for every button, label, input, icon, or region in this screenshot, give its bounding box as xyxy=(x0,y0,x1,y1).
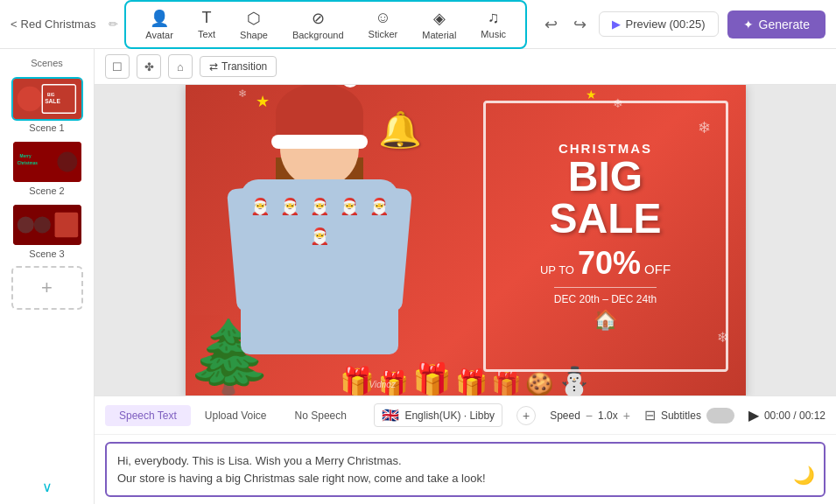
scene-3-image xyxy=(13,205,81,245)
gift-5: 🎁 xyxy=(491,369,522,396)
no-speech-tab[interactable]: No Speech xyxy=(281,405,361,426)
santa-5: 🎅 xyxy=(369,197,389,216)
speed-label: Speed xyxy=(550,410,580,422)
watermark: Vidnoz xyxy=(369,380,396,389)
top-right-controls: ↩ ↪ ▶ Preview (00:25) ✦ Generate xyxy=(541,10,825,38)
language-selector[interactable]: 🇬🇧 English(UK) · Libby xyxy=(374,403,502,427)
speed-decrease-button[interactable]: − xyxy=(586,409,593,423)
play-control: ▶ 00:00 / 00:12 xyxy=(748,407,825,424)
sidebar-down-arrow[interactable]: ∨ xyxy=(42,480,53,494)
transition-button[interactable]: ⇄ Transition xyxy=(200,56,277,77)
gift-4: 🎁 xyxy=(455,368,488,396)
sweater-body: 🎅 🎅 🎅 🎅 🎅 🎅 xyxy=(241,179,398,354)
star-2: ★ xyxy=(586,88,597,102)
speed-value: 1.0x xyxy=(598,410,618,422)
gingerbread: 🍪 xyxy=(525,371,553,396)
home-tool[interactable]: ⌂ xyxy=(168,54,193,79)
redo-button[interactable]: ↪ xyxy=(570,11,590,38)
svg-point-11 xyxy=(33,216,50,233)
sidebar: Scenes BIG SALE Scene 1 xyxy=(0,49,95,504)
sticker-icon: ☺ xyxy=(375,9,390,27)
speech-text-area[interactable]: Hi, everybody. This is Lisa. Wish you a … xyxy=(105,442,825,497)
speech-text-tab[interactable]: Speech Text xyxy=(105,405,191,426)
avatar-icon: 👤 xyxy=(150,9,169,28)
tool-material[interactable]: ◈ Material xyxy=(410,5,468,44)
house-icon: 🏠 xyxy=(594,309,617,332)
tool-sticker[interactable]: ☺ Sticker xyxy=(356,5,411,43)
add-scene-button[interactable]: + xyxy=(11,266,83,310)
crop-tool[interactable]: ✤ xyxy=(137,54,161,79)
svg-point-10 xyxy=(17,216,33,233)
text-label: Text xyxy=(198,29,215,39)
scenes-label: Scenes xyxy=(31,58,63,68)
project-title: Red Christmas xyxy=(21,18,96,31)
upto-text: UP TO xyxy=(540,263,574,276)
time-display: 00:00 / 00:12 xyxy=(764,410,825,422)
speed-increase-button[interactable]: + xyxy=(623,409,630,423)
canvas-wrapper: ❄ ❄ ❄ ❄ ❄ ★ ★ ★ 🔔 xyxy=(95,85,836,396)
date-text: DEC 20th – DEC 24th xyxy=(554,287,657,305)
woman-figure: 🎅 🎅 🎅 🎅 🎅 🎅 xyxy=(223,109,416,396)
toolbar-tools: 👤 Avatar T Text ⬡ Shape ⊘ Background ☺ S… xyxy=(124,0,527,49)
background-label: Background xyxy=(292,30,344,40)
background-icon: ⊘ xyxy=(312,9,325,28)
scene-thumb-1[interactable]: BIG SALE xyxy=(11,77,83,121)
scene-thumb-2[interactable]: Merry Christmas xyxy=(11,140,83,184)
canvas-frame[interactable]: ❄ ❄ ❄ ❄ ❄ ★ ★ ★ 🔔 xyxy=(186,85,746,396)
subtitles-toggle[interactable] xyxy=(706,408,734,424)
preview-icon: ▶ xyxy=(612,18,621,31)
percent-text: 70% xyxy=(578,245,641,282)
scene-2-container: Merry Christmas Scene 2 xyxy=(11,140,83,196)
svg-text:Merry: Merry xyxy=(19,154,31,158)
tool-background[interactable]: ⊘ Background xyxy=(280,5,356,44)
speech-area: Speech Text Upload Voice No Speech 🇬🇧 En… xyxy=(95,396,836,504)
canvas-area: ☐ ✤ ⌂ ⇄ Transition ❄ ❄ ❄ ❄ ❄ xyxy=(95,49,836,504)
scene-1-container: BIG SALE Scene 1 xyxy=(11,77,83,133)
text-icon: T xyxy=(201,9,211,27)
add-voice-button[interactable]: + xyxy=(516,406,536,425)
preview-button[interactable]: ▶ Preview (00:25) xyxy=(599,11,719,37)
edit-icon[interactable]: ✏ xyxy=(109,18,118,31)
material-label: Material xyxy=(422,30,456,40)
tool-shape[interactable]: ⬡ Shape xyxy=(228,5,280,44)
speech-text-content: Hi, everybody. This is Lisa. Wish you a … xyxy=(117,452,813,486)
generate-button[interactable]: ✦ Generate xyxy=(727,10,825,38)
transition-label: Transition xyxy=(221,60,267,73)
top-bar: < Red Christmas ✏ 👤 Avatar T Text ⬡ Shap… xyxy=(0,0,836,49)
big-text: BIG xyxy=(568,156,643,198)
subtitles-label: Subtitles xyxy=(661,410,701,422)
speech-tabs-row: Speech Text Upload Voice No Speech 🇬🇧 En… xyxy=(95,396,836,435)
add-scene-icon: + xyxy=(41,276,53,299)
scene-2-name: Scene 2 xyxy=(11,186,83,196)
back-button[interactable]: < Red Christmas xyxy=(11,18,96,31)
hat-pom xyxy=(341,85,359,88)
generate-icon: ✦ xyxy=(743,18,754,32)
play-button[interactable]: ▶ xyxy=(748,407,759,424)
scene-3-container: Scene 3 xyxy=(11,203,83,259)
speed-control: Speed − 1.0x + xyxy=(550,409,630,423)
christmas-scene: ❄ ❄ ❄ ❄ ❄ ★ ★ ★ 🔔 xyxy=(186,85,746,396)
ai-icon[interactable]: 🌙 xyxy=(793,462,815,488)
subtitles-control: ⊟ Subtitles xyxy=(644,407,734,424)
sticker-label: Sticker xyxy=(369,29,398,39)
language-label: English(UK) · Libby xyxy=(404,410,495,422)
transition-icon: ⇄ xyxy=(209,60,218,73)
tool-music[interactable]: ♫ Music xyxy=(468,5,518,43)
canvas-toolbar: ☐ ✤ ⌂ ⇄ Transition xyxy=(95,49,836,85)
material-icon: ◈ xyxy=(433,9,446,28)
select-tool[interactable]: ☐ xyxy=(105,54,130,79)
gift-3: 🎁 xyxy=(412,361,452,396)
sale-panel: CHRISTMAS BIG SALE UP TO 70% OFF DEC 20t… xyxy=(483,101,728,372)
svg-rect-12 xyxy=(54,213,78,238)
shape-icon: ⬡ xyxy=(247,9,261,28)
svg-point-1 xyxy=(17,87,42,112)
santa-4: 🎅 xyxy=(340,197,359,216)
music-label: Music xyxy=(481,29,506,39)
upload-voice-tab[interactable]: Upload Voice xyxy=(191,405,281,426)
scene-thumb-3[interactable] xyxy=(11,203,83,247)
tool-text[interactable]: T Text xyxy=(186,5,228,43)
undo-button[interactable]: ↩ xyxy=(541,11,561,38)
tool-avatar[interactable]: 👤 Avatar xyxy=(133,5,186,44)
santa-6: 🎅 xyxy=(310,227,329,246)
flag-icon: 🇬🇧 xyxy=(382,407,399,424)
